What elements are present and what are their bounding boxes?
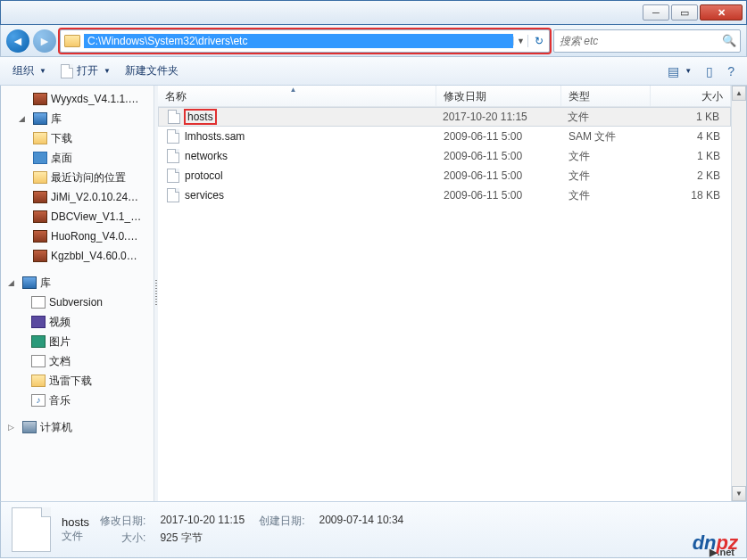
sidebar-item[interactable]: DBCView_V1.1_… <box>1 207 154 226</box>
open-button[interactable]: 打开▼ <box>55 62 116 80</box>
details-filetype: 文件 <box>62 529 89 544</box>
sort-indicator-icon: ▲ <box>290 86 297 94</box>
maximize-button[interactable]: ▭ <box>671 4 698 21</box>
file-type: SAM 文件 <box>561 129 651 144</box>
file-name: protocol <box>185 169 223 182</box>
close-button[interactable]: ✕ <box>700 4 743 21</box>
help-button[interactable]: ? <box>722 62 740 80</box>
file-row[interactable]: networks2009-06-11 5:00文件1 KB <box>158 146 731 166</box>
details-modified-label: 修改日期: <box>100 514 145 529</box>
file-icon <box>167 188 179 202</box>
column-name[interactable]: 名称▲ <box>158 86 436 106</box>
chevron-down-icon: ▼ <box>104 67 111 75</box>
sidebar-item[interactable]: 下载 <box>1 128 154 148</box>
item-label: JiMi_V2.0.10.24… <box>51 189 138 205</box>
item-label: 音乐 <box>49 392 71 408</box>
file-row[interactable]: protocol2009-06-11 5:00文件2 KB <box>158 166 731 185</box>
column-date[interactable]: 修改日期 <box>436 86 561 106</box>
library-icon <box>22 276 37 289</box>
item-icon <box>33 250 47 262</box>
sidebar-item[interactable]: HuoRong_V4.0.… <box>1 226 154 246</box>
nav-bar: ◄ ► C:\Windows\System32\drivers\etc ▼ ↻ … <box>0 25 747 57</box>
details-filename: hosts <box>62 515 89 529</box>
item-label: 图片 <box>49 334 71 350</box>
file-icon <box>168 110 180 124</box>
file-row[interactable]: lmhosts.sam2009-06-11 5:00SAM 文件4 KB <box>158 127 731 146</box>
new-folder-button[interactable]: 新建文件夹 <box>120 62 184 80</box>
item-icon <box>31 355 46 367</box>
file-name: networks <box>185 150 228 162</box>
item-label: 最近访问的位置 <box>51 169 126 185</box>
file-type: 文件 <box>561 149 651 164</box>
item-label: DBCView_V1.1_… <box>51 209 141 225</box>
item-icon <box>33 171 47 184</box>
navigation-sidebar: Wyyxds_V4.1.1.…◢库下载桌面最近访问的位置JiMi_V2.0.10… <box>1 86 154 501</box>
address-dropdown-icon[interactable]: ▼ <box>513 37 527 45</box>
organize-menu[interactable]: 组织▼ <box>7 62 52 80</box>
back-button[interactable]: ◄ <box>6 29 29 53</box>
file-rows: hosts2017-10-20 11:15文件1 KBlmhosts.sam20… <box>158 107 731 501</box>
sidebar-item[interactable]: Kgzbbl_V4.60.0… <box>1 246 154 266</box>
scroll-up-button[interactable]: ▲ <box>732 86 746 101</box>
column-size[interactable]: 大小 <box>651 86 731 106</box>
item-label: 下载 <box>51 130 72 146</box>
command-toolbar: 组织▼ 打开▼ 新建文件夹 ▤▼ ▯ ? <box>0 57 747 86</box>
search-icon[interactable]: 🔍 <box>718 34 740 47</box>
file-row[interactable]: hosts2017-10-20 11:15文件1 KB <box>158 107 731 127</box>
sidebar-item[interactable]: ◢库 <box>1 109 154 128</box>
computer-icon <box>22 421 37 433</box>
main-area: Wyyxds_V4.1.1.…◢库下载桌面最近访问的位置JiMi_V2.0.10… <box>0 86 747 501</box>
file-size: 2 KB <box>651 169 731 182</box>
splitter-handle[interactable] <box>154 86 158 501</box>
file-date: 2009-06-11 5:00 <box>436 189 561 202</box>
file-date: 2009-06-11 5:00 <box>436 150 561 162</box>
sidebar-computer[interactable]: ▷计算机 <box>1 417 154 437</box>
sidebar-library-item[interactable]: 文档 <box>1 351 154 371</box>
address-bar[interactable]: C:\Windows\System32\drivers\etc ▼ ↻ <box>60 29 550 53</box>
item-icon <box>31 296 46 309</box>
view-options-button[interactable]: ▤▼ <box>662 62 697 80</box>
file-date: 2009-06-11 5:00 <box>436 130 561 143</box>
column-type[interactable]: 类型 <box>561 86 651 106</box>
item-icon <box>31 375 46 387</box>
details-modified-value: 2017-10-20 11:15 <box>160 514 245 529</box>
search-box[interactable]: 🔍 <box>553 29 741 53</box>
refresh-button[interactable]: ↻ <box>527 35 549 47</box>
forward-button[interactable]: ► <box>33 29 56 53</box>
sidebar-item[interactable]: JiMi_V2.0.10.24… <box>1 187 154 207</box>
preview-pane-button[interactable]: ▯ <box>701 62 718 80</box>
sidebar-library-item[interactable]: 图片 <box>1 332 154 351</box>
item-icon <box>31 335 46 348</box>
sidebar-item[interactable]: Wyyxds_V4.1.1.… <box>1 89 154 109</box>
sidebar-library-item[interactable]: Subversion <box>1 292 154 312</box>
item-icon: ♪ <box>31 394 46 407</box>
file-name: lmhosts.sam <box>185 130 245 143</box>
item-label: Subversion <box>49 294 103 310</box>
item-icon <box>33 191 47 203</box>
sidebar-library-item[interactable]: 迅雷下载 <box>1 371 154 391</box>
file-type: 文件 <box>561 169 651 184</box>
item-label: 库 <box>51 111 62 127</box>
vertical-scrollbar[interactable]: ▲ ▼ <box>731 86 746 501</box>
scroll-down-button[interactable]: ▼ <box>732 486 746 501</box>
sidebar-item[interactable]: 桌面 <box>1 148 154 168</box>
file-type: 文件 <box>561 188 651 203</box>
item-label: HuoRong_V4.0.… <box>51 228 137 244</box>
file-row[interactable]: services2009-06-11 5:00文件18 KB <box>158 185 731 205</box>
sidebar-library-item[interactable]: ♪音乐 <box>1 391 154 410</box>
address-path[interactable]: C:\Windows\System32\drivers\etc <box>84 34 513 48</box>
sidebar-library-item[interactable]: 视频 <box>1 312 154 332</box>
watermark-sub: ▶.net <box>710 547 735 558</box>
file-icon <box>61 64 73 78</box>
file-date: 2017-10-20 11:15 <box>436 111 560 123</box>
item-label: 视频 <box>49 314 71 330</box>
chevron-down-icon: ▼ <box>685 67 692 75</box>
file-icon <box>167 169 179 183</box>
item-label: Kgzbbl_V4.60.0… <box>51 248 137 264</box>
sidebar-library-header[interactable]: ◢库 <box>1 273 154 292</box>
minimize-button[interactable]: ─ <box>643 4 669 21</box>
sidebar-item[interactable]: 最近访问的位置 <box>1 168 154 187</box>
search-input[interactable] <box>554 35 718 47</box>
details-size-label: 大小: <box>100 531 145 546</box>
scroll-track[interactable] <box>732 101 746 486</box>
